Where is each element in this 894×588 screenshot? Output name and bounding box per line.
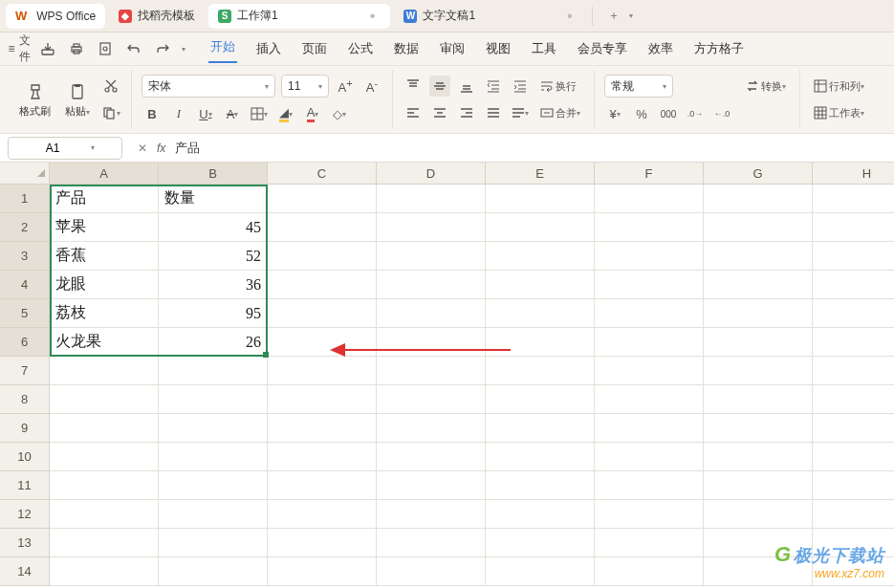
- decrease-font-button[interactable]: A-: [361, 76, 382, 97]
- cell[interactable]: [704, 500, 813, 529]
- cell[interactable]: [486, 213, 595, 242]
- name-box[interactable]: ▾: [8, 137, 122, 160]
- row-header[interactable]: 1: [0, 185, 50, 213]
- tab-view[interactable]: 视图: [484, 36, 512, 61]
- cell[interactable]: [595, 471, 704, 500]
- cell[interactable]: [268, 271, 377, 299]
- clear-format-button[interactable]: ◇▾: [329, 103, 350, 124]
- cell[interactable]: [704, 443, 813, 471]
- cell[interactable]: [268, 357, 377, 385]
- cell[interactable]: [486, 500, 595, 529]
- tab-page[interactable]: 页面: [300, 36, 329, 61]
- row-header[interactable]: 8: [0, 385, 50, 414]
- cell[interactable]: [50, 529, 159, 557]
- cell[interactable]: 产品: [50, 185, 159, 213]
- cell[interactable]: [813, 213, 894, 242]
- transform-button[interactable]: 转换▾: [742, 76, 790, 97]
- cell[interactable]: [704, 299, 813, 328]
- cell[interactable]: [377, 328, 486, 357]
- cell[interactable]: [377, 271, 486, 299]
- select-all-corner[interactable]: [0, 163, 50, 185]
- increase-indent-button[interactable]: [510, 76, 531, 97]
- cell[interactable]: 火龙果: [50, 328, 159, 357]
- print-preview-button[interactable]: [96, 39, 115, 58]
- cell[interactable]: [704, 385, 813, 414]
- cell[interactable]: [377, 529, 486, 557]
- cell[interactable]: [486, 357, 595, 385]
- col-header[interactable]: H: [813, 163, 894, 185]
- cell[interactable]: [486, 414, 595, 443]
- tab-menu-dropdown[interactable]: ▾: [629, 11, 633, 20]
- col-header[interactable]: E: [486, 163, 595, 185]
- fx-icon[interactable]: fx: [157, 142, 165, 155]
- cell[interactable]: [486, 529, 595, 557]
- cell[interactable]: 数量: [159, 185, 268, 213]
- worksheet-button[interactable]: 工作表▾: [810, 102, 868, 123]
- cell[interactable]: [377, 557, 486, 586]
- cell[interactable]: [268, 328, 377, 357]
- cell[interactable]: [50, 557, 159, 586]
- align-right-button[interactable]: [456, 102, 477, 123]
- cell[interactable]: 95: [159, 299, 268, 328]
- cell[interactable]: [268, 299, 377, 328]
- row-header[interactable]: 10: [0, 443, 50, 471]
- wrap-text-button[interactable]: 换行: [536, 76, 580, 97]
- cell[interactable]: [377, 242, 486, 271]
- comma-button[interactable]: 000: [658, 103, 679, 124]
- cell[interactable]: [486, 299, 595, 328]
- fill-color-button[interactable]: ◢▾: [275, 103, 296, 124]
- cell[interactable]: [486, 471, 595, 500]
- cell[interactable]: [813, 414, 894, 443]
- cell-reference-input[interactable]: [24, 142, 81, 155]
- cell[interactable]: [813, 185, 894, 213]
- row-col-button[interactable]: 行和列▾: [810, 76, 868, 97]
- orientation-button[interactable]: ▾: [510, 102, 531, 123]
- cell[interactable]: 荔枝: [50, 299, 159, 328]
- cell[interactable]: 52: [159, 242, 268, 271]
- cell[interactable]: [813, 242, 894, 271]
- cell[interactable]: [595, 213, 704, 242]
- row-header[interactable]: 13: [0, 529, 50, 557]
- row-header[interactable]: 4: [0, 271, 50, 299]
- align-top-button[interactable]: [403, 76, 424, 97]
- merge-button[interactable]: 合并▾: [536, 102, 584, 123]
- cell[interactable]: [813, 500, 894, 529]
- cell[interactable]: [50, 357, 159, 385]
- row-header[interactable]: 5: [0, 299, 50, 328]
- row-header[interactable]: 12: [0, 500, 50, 529]
- app-logo-tab[interactable]: W WPS Office: [6, 4, 105, 29]
- redo-button[interactable]: [153, 39, 172, 58]
- tab-document[interactable]: W 文字文稿1 •: [394, 4, 581, 29]
- cell[interactable]: [813, 443, 894, 471]
- cell[interactable]: [377, 185, 486, 213]
- new-tab-button[interactable]: ＋: [602, 5, 625, 28]
- cell[interactable]: [595, 242, 704, 271]
- tab-workbook[interactable]: S 工作簿1 •: [208, 4, 390, 29]
- row-header[interactable]: 2: [0, 213, 50, 242]
- cell[interactable]: [377, 414, 486, 443]
- decrease-decimal-button[interactable]: ←.0: [711, 103, 732, 124]
- spreadsheet-grid[interactable]: A B C D E F G H 1 2 3 4 5 6 7 8 9 10 11 …: [0, 163, 894, 588]
- percent-button[interactable]: %: [631, 103, 652, 124]
- paste-button[interactable]: 粘贴▾: [60, 77, 95, 122]
- row-header[interactable]: 14: [0, 557, 50, 586]
- cell[interactable]: [486, 385, 595, 414]
- cell[interactable]: [268, 471, 377, 500]
- cell-area[interactable]: 产品 数量 苹果 45 香蕉 52 龙眼 36 荔枝 95: [50, 185, 894, 586]
- cell[interactable]: [159, 414, 268, 443]
- bold-button[interactable]: B: [142, 103, 163, 124]
- cell[interactable]: [50, 471, 159, 500]
- col-header[interactable]: B: [159, 163, 268, 185]
- italic-button[interactable]: I: [168, 103, 189, 124]
- decrease-indent-button[interactable]: [483, 76, 504, 97]
- cell[interactable]: [268, 443, 377, 471]
- cell[interactable]: [268, 529, 377, 557]
- cell[interactable]: [377, 443, 486, 471]
- tab-efficiency[interactable]: 效率: [646, 36, 675, 61]
- cell[interactable]: [159, 500, 268, 529]
- align-bottom-button[interactable]: [456, 76, 477, 97]
- cell[interactable]: [595, 185, 704, 213]
- col-header[interactable]: G: [704, 163, 813, 185]
- cut-button[interactable]: [100, 76, 121, 97]
- row-header[interactable]: 3: [0, 242, 50, 271]
